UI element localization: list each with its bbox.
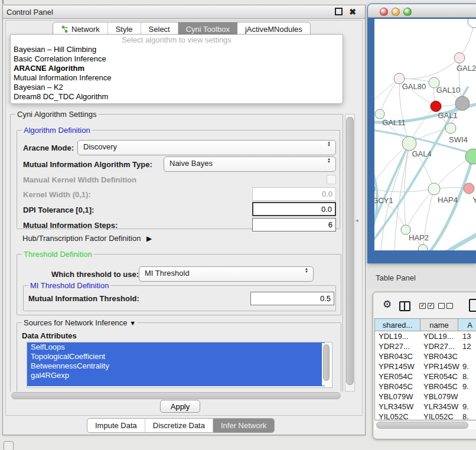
gear-icon[interactable]: ⚙ xyxy=(383,298,392,311)
table-panel-header: Table Panel xyxy=(367,267,476,289)
tab-label: jActiveMNodules xyxy=(245,25,302,34)
table-horizontal-scrollbar[interactable] xyxy=(374,420,476,429)
bottom-tab-infer-network[interactable]: Infer Network xyxy=(213,419,274,432)
network-node-swi4[interactable] xyxy=(445,123,456,133)
network-node-hap4[interactable] xyxy=(428,183,440,195)
network-node-label: GAL10 xyxy=(436,86,460,94)
cell: YBR045C xyxy=(379,381,413,392)
settings-horizontal-scrollbar-thumb[interactable] xyxy=(11,392,341,399)
spinner-arrows-icon: ▲▼ xyxy=(327,141,331,147)
close-button[interactable]: ✖ xyxy=(348,8,357,16)
network-canvas[interactable]: GAL2GAL80GAL10GAL1GAL11SWI4GAL4GCY1HAP4Y… xyxy=(374,19,476,250)
table-row-yil052c[interactable]: YIL052CYIL052C8. xyxy=(375,412,476,419)
column-header-shared[interactable]: shared... xyxy=(374,318,420,331)
network-window-titlebar[interactable] xyxy=(368,4,476,18)
network-node-label: GCY1 xyxy=(374,196,393,205)
cell: YIL052C xyxy=(423,412,454,419)
mi-steps-field[interactable] xyxy=(252,218,336,231)
splitter-collapse-icon[interactable]: ◂ xyxy=(356,217,358,223)
attribute-item-gal4rgexp[interactable]: gal4RGexp xyxy=(27,371,325,380)
algorithm-definition-title: Algorithm Definition xyxy=(22,126,92,135)
cell: YLR345W xyxy=(423,402,458,412)
network-node-gal2[interactable] xyxy=(454,53,465,63)
panel-grip-icon[interactable] xyxy=(4,441,14,450)
algorithm-option-aracne-algorithm[interactable]: ARACNE Algorithm xyxy=(11,64,343,73)
table-row-ybr043c[interactable]: YBR043CYBR043C xyxy=(375,351,476,361)
cell: YDR27... xyxy=(423,341,455,351)
attributes-scrollbar-thumb[interactable] xyxy=(323,344,330,381)
which-threshold-select[interactable]: MI Threshold ▲▼ xyxy=(139,266,314,282)
mi-threshold-group: MI Threshold Definition Mutual Informati… xyxy=(23,285,336,311)
panel-title: Control Panel xyxy=(6,8,53,17)
float-window-button[interactable] xyxy=(334,8,343,16)
bottom-tab-impute-data[interactable]: Impute Data xyxy=(87,419,145,432)
dpi-tolerance-field[interactable] xyxy=(252,202,336,216)
float-window-icon xyxy=(335,8,343,15)
manual-kernel-checkbox[interactable] xyxy=(327,175,336,184)
kernel-width-field[interactable] xyxy=(252,187,336,201)
aracne-mode-select[interactable]: Discovery ▲▼ xyxy=(77,140,336,155)
table-row-ybl079w[interactable]: YBL079WYBL079W xyxy=(375,392,476,402)
column-header-name[interactable]: name xyxy=(420,318,458,331)
network-node[interactable] xyxy=(468,19,476,28)
cell: YPR145W xyxy=(379,361,415,371)
table-row-yer054c[interactable]: YER054CYER054C8. xyxy=(375,371,476,381)
network-graph: GAL2GAL80GAL10GAL1GAL11SWI4GAL4GCY1HAP4Y… xyxy=(374,19,476,250)
network-node[interactable] xyxy=(418,244,428,250)
cell: YBR043C xyxy=(379,351,413,361)
cell: 9. xyxy=(462,402,469,412)
sources-toggle[interactable]: Sources for Network Inference ▼ xyxy=(22,318,138,327)
aracne-mode-label: Aracne Mode: xyxy=(23,144,74,152)
minimize-traffic-light-icon[interactable] xyxy=(392,8,400,16)
attribute-item-betweennesscentrality[interactable]: BetweennessCentrality xyxy=(27,361,325,371)
table-row-ylr345w[interactable]: YLR345WYLR345W9. xyxy=(375,402,476,412)
tab-label: Style xyxy=(116,25,133,34)
attributes-scrollbar[interactable] xyxy=(322,343,330,386)
network-node-y[interactable] xyxy=(464,183,474,194)
settings-vertical-scrollbar-thumb[interactable] xyxy=(346,117,354,385)
unchecked-boxes-icon[interactable] xyxy=(438,303,455,312)
mi-threshold-field[interactable] xyxy=(250,292,334,305)
network-node-gal11[interactable] xyxy=(375,109,384,119)
table-row-ypr145w[interactable]: YPR145WYPR145W9. xyxy=(375,361,476,371)
split-columns-icon[interactable] xyxy=(399,301,410,311)
table-row-ydr27[interactable]: YDR27...YDR27...12 xyxy=(375,341,476,351)
bottom-tab-discretize-data[interactable]: Discretize Data xyxy=(145,419,213,432)
network-node[interactable] xyxy=(455,96,470,110)
algorithm-option-basic-correlation-inference[interactable]: Basic Correlation Inference xyxy=(11,54,343,64)
network-node-gal4[interactable] xyxy=(402,136,416,151)
settings-vertical-scrollbar[interactable] xyxy=(345,114,355,392)
spinner-arrows-icon: ▲▼ xyxy=(327,158,331,164)
attribute-item-partial[interactable] xyxy=(27,380,325,386)
cell: YLR345W xyxy=(379,402,413,412)
network-node-gal1[interactable] xyxy=(431,101,441,112)
algorithm-option-mutual-information-inference[interactable]: Mutual Information Inference xyxy=(11,73,343,83)
aracne-mode-value: Discovery xyxy=(83,142,117,151)
column-header-a[interactable]: A xyxy=(458,318,476,331)
settings-horizontal-scrollbar[interactable] xyxy=(10,392,343,400)
checked-boxes-icon[interactable]: ✓✓ xyxy=(419,303,436,312)
apply-button[interactable]: Apply xyxy=(160,400,200,413)
cell: 12 xyxy=(462,341,471,351)
attribute-item-topologicalcoefficient[interactable]: TopologicalCoefficient xyxy=(27,352,325,361)
manual-kernel-label: Manual Kernel Width Definition xyxy=(23,175,136,184)
kernel-width-label: Kernel Width (0,1): xyxy=(23,190,91,199)
hub-section-toggle[interactable]: Hub/Transcription Factor Definition ▶ xyxy=(22,234,152,243)
table-row-ydl19[interactable]: YDL19...YDL19...13 xyxy=(375,331,476,341)
table-row-ybr045c[interactable]: YBR045CYBR045C9. xyxy=(375,381,476,392)
algorithm-option-bayesian-hill-climbing[interactable]: Bayesian – Hill Climbing xyxy=(11,45,343,54)
algorithm-option-dream8-dc-tdc-algorithm[interactable]: Dream8 DC_TDC Algorithm xyxy=(11,92,343,102)
zoom-traffic-light-icon[interactable] xyxy=(403,8,412,16)
control-panel-titlebar: Control Panel ✖ xyxy=(3,5,365,19)
application-root: Control Panel ✖ NetworkStyleSelectCyni T… xyxy=(0,0,476,450)
cell: YDL19... xyxy=(423,331,454,341)
algorithm-option-bayesian-k2[interactable]: Bayesian – K2 xyxy=(11,83,343,92)
cell: YDR27... xyxy=(379,341,410,351)
page-icon[interactable] xyxy=(469,299,476,312)
mi-type-select[interactable]: Naive Bayes ▲▼ xyxy=(164,156,336,172)
mi-type-label: Mutual Information Algorithm Type: xyxy=(23,160,152,169)
network-node-label: Y xyxy=(472,195,476,204)
attribute-item-selfloops[interactable]: SelfLoops xyxy=(27,343,325,352)
close-traffic-light-icon[interactable] xyxy=(380,8,388,16)
table-horizontal-scrollbar-thumb[interactable] xyxy=(376,422,468,429)
